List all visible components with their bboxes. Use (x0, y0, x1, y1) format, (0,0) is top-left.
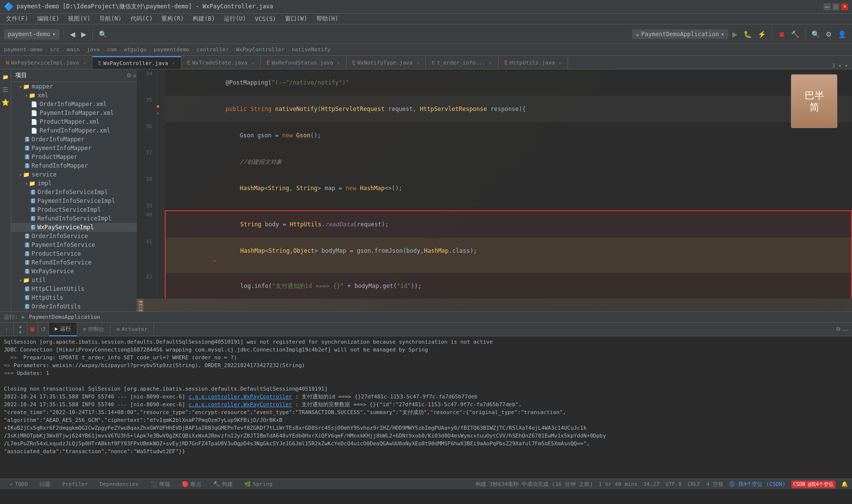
breadcrumb-project[interactable]: payment-demo (4, 46, 43, 53)
close-button[interactable]: ✕ (841, 3, 848, 10)
sidebar-collapse-button[interactable]: ≡ (133, 72, 136, 79)
tree-item-orderinfoserviceimpl[interactable]: C OrderInfoServiceImpl (11, 188, 148, 197)
tab-torderinfo[interactable]: t t_order_info... ✕ (426, 56, 499, 69)
tab-httputils[interactable]: E HttpUtils.java ✕ (499, 56, 568, 69)
tab-wxpayserviceimpl[interactable]: W WxPayServiceImpl.java ✕ (0, 56, 92, 69)
tree-item-orderinfomapper-xml[interactable]: 📄 OrderInfoMapper.xml (11, 100, 148, 109)
tab-close-icon[interactable]: ✕ (83, 60, 86, 66)
console-expand-button[interactable]: ↑ (5, 327, 8, 332)
tree-item-refundinfoserviceimpl[interactable]: C RefundInfoServiceImpl (11, 214, 148, 223)
minimize-button[interactable]: — (824, 3, 830, 10)
menu-navigate[interactable]: 导航(N) (95, 14, 126, 24)
bottom-tab-todo[interactable]: ✓ TODO (4, 480, 34, 488)
favorites-button[interactable]: ⭐ (0, 97, 11, 108)
tab-wxnotifytype[interactable]: E WxNotifyType.java ✕ (347, 56, 426, 69)
tree-item-productmapper-xml[interactable]: 📄 ProductMapper.xml (11, 117, 148, 126)
tree-item-mapper[interactable]: ▾ 📁 mapper (11, 82, 148, 91)
tab-close-icon[interactable]: ✕ (416, 60, 419, 66)
tree-item-productmapper[interactable]: I ProductMapper (11, 153, 148, 161)
tree-item-orderinfoservice[interactable]: I OrderInfoService (11, 232, 148, 241)
sidebar-settings-button[interactable]: ⚙ (127, 72, 131, 79)
stop-console-btn-col[interactable]: ⏹ (27, 323, 38, 336)
settings-button[interactable]: ⚙ (824, 28, 834, 40)
bottom-tab-profiler[interactable]: Profiler (56, 480, 94, 488)
code-editor[interactable]: 34 @PostMapping("(☆~"/native/notify")" 3… (137, 69, 852, 299)
build-button[interactable]: 🔨 (789, 28, 801, 40)
run-config-selector[interactable]: ☕ PaymentDemoApplication ▾ (632, 29, 728, 39)
hide-console-button[interactable]: — (843, 327, 848, 332)
breadcrumb-java[interactable]: java (87, 46, 100, 53)
tab-close-icon[interactable]: ✕ (489, 60, 492, 66)
console-left-controls[interactable]: ↑ (0, 323, 14, 336)
project-view-button[interactable]: 📁 (0, 71, 11, 82)
tree-item-refundinfomapper-xml[interactable]: 📄 RefundInfoMapper.xml (11, 126, 148, 135)
tree-item-paymentinfoserviceimpl[interactable]: C PaymentInfoServiceImpl (11, 197, 148, 205)
tab-close-icon[interactable]: ✕ (337, 60, 340, 66)
run-button[interactable]: ▶ (730, 28, 740, 40)
tab-close-icon[interactable]: ✕ (172, 61, 175, 66)
structure-button[interactable]: ☰ (0, 84, 11, 95)
tab-close-icon[interactable]: ✕ (559, 60, 562, 66)
gear-icon[interactable]: ⚙ (836, 326, 841, 332)
console-tab-console[interactable]: ≡ 控制台 (77, 323, 111, 336)
scroll-up-button[interactable]: ▲ (18, 324, 22, 329)
bottom-tab-build[interactable]: 🔨 构建 (207, 480, 239, 489)
maximize-button[interactable]: □ (832, 3, 839, 10)
bottom-tab-problems[interactable]: 问题 (34, 480, 56, 489)
menu-view[interactable]: 视图(V) (64, 14, 94, 24)
menu-build[interactable]: 构建(B) (189, 14, 219, 24)
menu-help[interactable]: 帮助(H) (312, 14, 343, 24)
project-selector[interactable]: payment-demo ▾ (4, 29, 60, 40)
console-tool-col[interactable]: ▲ ▼ (14, 323, 27, 336)
tab-wxrefundstatus[interactable]: E WxRefundStatus.java ✕ (261, 56, 347, 69)
search-everywhere-button[interactable]: 🔍 (809, 28, 822, 40)
tree-item-paymentinfomapper[interactable]: I PaymentInfoMapper (11, 144, 148, 153)
tree-item-productserviceimpl[interactable]: C ProductServiceImpl (11, 205, 148, 214)
console-tab-run[interactable]: ▶ 运行 (49, 323, 77, 336)
tree-item-xml[interactable]: ▾ 📁 xml (11, 91, 148, 100)
coverage-button[interactable]: ⚡ (756, 28, 768, 40)
menu-window[interactable]: 窗口(W) (281, 14, 311, 24)
profile-button[interactable]: 👤 (836, 28, 848, 40)
menu-refactor[interactable]: 重构(R) (157, 14, 188, 24)
breadcrumb-controller[interactable]: controller (197, 46, 229, 53)
tree-item-wxpayserviceimpl[interactable]: C WxPayServiceImpl (11, 223, 148, 232)
log-link-2[interactable]: c.a.p.controller.WxPayController (189, 401, 292, 408)
tree-item-refundinfomapper[interactable]: I RefundInfoMapper (11, 161, 148, 170)
tree-item-orderinfutils[interactable]: C OrderInfoUtils (11, 302, 148, 311)
bottom-tab-breakpoints[interactable]: 🔴 断点 (176, 480, 207, 489)
breadcrumb-src[interactable]: src (50, 46, 60, 53)
breadcrumb-com[interactable]: com (107, 46, 117, 53)
menu-run[interactable]: 运行(U) (220, 14, 250, 24)
menu-vcs[interactable]: VCS(S) (251, 15, 280, 23)
log-link[interactable]: c.a.p.controller.WxPayController (189, 394, 292, 400)
back-button[interactable]: ◀ (68, 28, 77, 40)
forward-button[interactable]: ▶ (79, 28, 88, 40)
tree-item-productservice[interactable]: I ProductService (11, 249, 148, 258)
tree-item-wxpayservice[interactable]: I WxPayService (11, 267, 148, 276)
console-tab-actuator[interactable]: ⚙ Actuator (110, 323, 154, 336)
rerun-btn-col[interactable]: ↺ (38, 323, 49, 336)
stop-console-button[interactable]: ⏹ (29, 326, 36, 333)
window-controls[interactable]: — □ ✕ (824, 3, 848, 10)
tree-item-httputils[interactable]: C HttpUtils (11, 293, 148, 302)
breadcrumb-main[interactable]: main (67, 46, 80, 53)
tree-item-service[interactable]: ▾ 📁 service (11, 170, 148, 179)
breadcrumb-atguigu[interactable]: atguigu (124, 46, 146, 53)
tab-wxtradestate[interactable]: E WxTradeState.java ✕ (181, 56, 261, 69)
tree-item-orderinfomapper[interactable]: I OrderInfoMapper (11, 135, 148, 144)
tree-item-impl[interactable]: ▾ 📁 impl (11, 179, 148, 188)
bottom-tab-terminal[interactable]: ⬛ 终端 (145, 480, 176, 489)
rerun-button[interactable]: ↺ (41, 326, 46, 333)
stop-button[interactable]: ⏹ (776, 28, 787, 40)
search-button[interactable]: 🔍 (97, 28, 109, 40)
scroll-down-button[interactable]: ▼ (18, 330, 22, 335)
menu-file[interactable]: 文件(F) (2, 14, 32, 24)
tree-item-refundinfoservice[interactable]: I RefundInfoService (11, 258, 148, 267)
bottom-tab-dependencies[interactable]: Dependencies (94, 480, 144, 488)
menu-code[interactable]: 代码(C) (127, 14, 157, 24)
breadcrumb-paymentdemo[interactable]: paymentdemo (153, 46, 189, 53)
console-output[interactable]: SqlSession [org.apache.ibatis.session.de… (0, 336, 852, 479)
debug-button[interactable]: 🐛 (742, 28, 754, 40)
tree-item-paymentinfomapper-xml[interactable]: 📄 PaymentInfoMapper.xml (11, 109, 148, 117)
